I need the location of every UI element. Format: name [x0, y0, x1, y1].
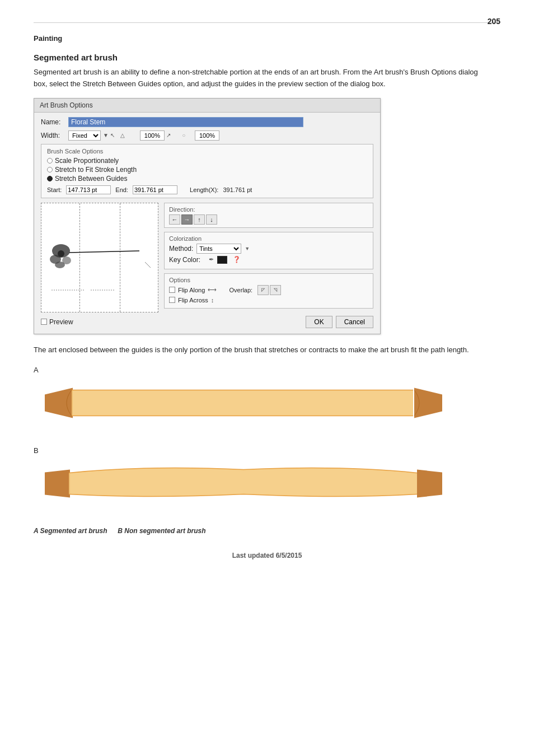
dialog-title-bar: Art Brush Options [34, 99, 380, 113]
overlap-btn-2[interactable]: ◹ [270, 285, 281, 295]
brush-preview-svg [41, 203, 151, 304]
svg-marker-14 [45, 470, 70, 498]
svg-line-5 [69, 251, 139, 253]
art-brush-options-dialog: Art Brush Options Name: Width: Fixed ▼ ↖… [34, 98, 381, 334]
dir-btn-down[interactable]: ↓ [206, 214, 217, 225]
name-input[interactable] [68, 117, 303, 127]
preview-checkbox[interactable] [41, 319, 47, 325]
radio-stretch-fit-label: Stretch to Fit Stroke Length [55, 166, 137, 174]
options-panel: Direction: ← → ↑ ↓ Colorization Method: [164, 203, 373, 312]
radio-scale-proportionately-label: Scale Proportionately [55, 157, 119, 165]
ribbon-b-container: B [34, 446, 493, 510]
radio-stretch-fit[interactable]: Stretch to Fit Stroke Length [47, 166, 367, 174]
radio-scale-proportionately-circle [47, 158, 53, 164]
start-input[interactable] [66, 185, 111, 194]
brush-scale-section: Brush Scale Options Scale Proportionatel… [41, 144, 373, 198]
preview-panel [41, 203, 158, 312]
triangle-icon: △ [120, 132, 125, 138]
svg-point-3 [55, 262, 65, 268]
ribbon-a-svg [34, 376, 453, 430]
illus-label-a: A [34, 366, 493, 374]
options-title: Options [169, 277, 368, 283]
last-updated: Last updated 6/5/2015 [34, 552, 500, 559]
dir-btn-right[interactable]: → [181, 214, 193, 225]
eyedropper-icon[interactable]: ✒ [209, 256, 214, 263]
illus-label-b: B [34, 446, 493, 455]
svg-marker-13 [414, 388, 442, 418]
length-value: 391.761 pt [223, 186, 252, 193]
flip-along-label: Flip Along [178, 287, 205, 293]
cancel-button[interactable]: Cancel [336, 316, 373, 328]
section-title: Segmented art brush [34, 53, 500, 62]
overlap-icons: ◸ ◹ [257, 285, 281, 295]
circle-icon: ○ [182, 132, 185, 138]
caption-row: A Segmented art brush B Non segmented ar… [34, 527, 500, 535]
dropdown-arrow-icon: ▼ [103, 132, 109, 138]
width-pct2-input[interactable] [195, 130, 219, 141]
overlap-label: Overlap: [229, 287, 253, 293]
name-row: Name: [41, 117, 373, 127]
direction-title: Direction: [169, 206, 368, 213]
flip-across-icon: ↕ [211, 297, 214, 304]
radio-scale-proportionately[interactable]: Scale Proportionately [47, 157, 367, 165]
radio-stretch-fit-circle [47, 167, 53, 172]
dialog-footer: Preview OK Cancel [34, 312, 380, 328]
flip-across-row: Flip Across ↕ [169, 297, 368, 304]
brush-scale-title: Brush Scale Options [47, 148, 367, 155]
key-color-box[interactable] [217, 256, 227, 264]
width-row: Width: Fixed ▼ ↖ △ ↗ ○ [41, 130, 373, 141]
ribbon-a-container: A [34, 366, 493, 430]
end-input[interactable] [133, 185, 177, 194]
name-label: Name: [41, 118, 65, 126]
flip-across-checkbox[interactable] [169, 297, 175, 303]
width-label: Width: [41, 132, 65, 139]
dialog-main-content: Direction: ← → ↑ ↓ Colorization Method: [41, 203, 373, 312]
tip-icon: ❓ [233, 256, 241, 263]
flip-along-checkbox[interactable] [169, 287, 175, 293]
painting-label: Painting [34, 34, 500, 43]
key-color-row: Key Color: ✒ ❓ [169, 256, 368, 264]
method-dropdown-icon: ▼ [245, 246, 250, 251]
preview-check-row: Preview [41, 318, 73, 326]
svg-line-6 [145, 262, 151, 268]
section-desc: Segmented art brush is an ability to def… [34, 67, 493, 90]
svg-rect-10 [72, 390, 413, 416]
right-arrow-icon: ↗ [166, 132, 171, 138]
colorization-title: Colorization [169, 235, 368, 242]
start-end-row: Start: End: Length(X): 391.761 pt [47, 185, 367, 194]
end-label: End: [115, 186, 128, 193]
caption-a: A Segmented art brush [34, 527, 107, 535]
bottom-text: The art enclosed between the guides is t… [34, 344, 493, 356]
flip-across-label: Flip Across [178, 297, 208, 304]
start-label: Start: [47, 186, 62, 193]
svg-point-4 [58, 250, 64, 257]
direction-buttons: ← → ↑ ↓ [169, 214, 368, 225]
key-color-label: Key Color: [169, 256, 200, 264]
flip-along-row: Flip Along ⟷ Overlap: ◸ ◹ [169, 285, 368, 295]
illustration-area: A B [34, 366, 493, 510]
ok-button[interactable]: OK [306, 316, 332, 328]
colorization-group: Colorization Method: Tints ▼ Key Color: … [164, 232, 373, 269]
options-checkboxes: Options Flip Along ⟷ Overlap: ◸ ◹ [164, 273, 373, 309]
width-select[interactable]: Fixed [68, 130, 101, 141]
method-row: Method: Tints ▼ [169, 244, 368, 254]
left-arrow-icon: ↖ [110, 132, 115, 138]
preview-label: Preview [49, 318, 73, 326]
method-label: Method: [169, 245, 193, 253]
svg-marker-15 [417, 470, 442, 498]
svg-marker-9 [45, 388, 73, 418]
direction-group: Direction: ← → ↑ ↓ [164, 203, 373, 228]
flip-along-icon: ⟷ [208, 286, 217, 293]
length-label: Length(X): [190, 186, 218, 193]
page-number: 205 [488, 17, 500, 26]
radio-stretch-between[interactable]: Stretch Between Guides [47, 175, 367, 183]
radio-stretch-between-circle [47, 176, 53, 181]
method-select[interactable]: Tints [196, 244, 241, 254]
width-pct1-input[interactable] [140, 130, 165, 141]
dir-btn-up[interactable]: ↑ [194, 214, 205, 225]
radio-stretch-between-label: Stretch Between Guides [55, 175, 127, 183]
overlap-btn-1[interactable]: ◸ [257, 285, 269, 295]
dialog-btn-group: OK Cancel [306, 316, 373, 328]
caption-b: B Non segmented art brush [118, 527, 205, 535]
dir-btn-left[interactable]: ← [169, 214, 180, 225]
